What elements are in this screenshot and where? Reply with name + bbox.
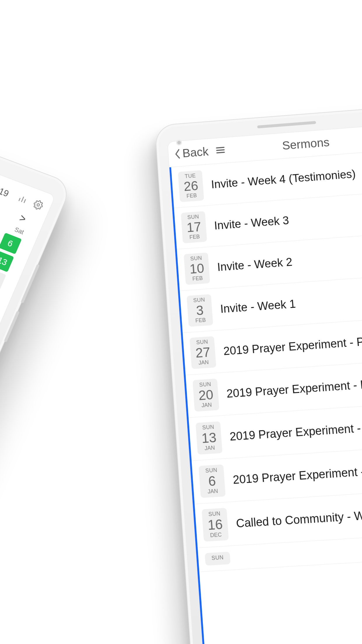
date-month: FEB (180, 192, 204, 199)
date-dow: SUN (184, 255, 208, 262)
date-day (205, 561, 231, 563)
date-dow: SUN (205, 554, 230, 561)
date-month: JAN (194, 402, 219, 409)
date-badge: SUN20JAN (193, 379, 219, 412)
date-badge: TUE26FEB (178, 170, 204, 202)
sermon-title: Called to Community - Week 4 (236, 507, 362, 530)
date-badge: SUN3FEB (187, 294, 213, 327)
date-day: 17 (181, 220, 206, 235)
date-day: 13 (196, 430, 222, 446)
stats-icon[interactable] (16, 193, 29, 206)
sermon-title: 2019 Prayer Experiment - Part 4 (223, 333, 362, 358)
primary-screen: Back Sermons TUE26FEBInvite - Week 4 (Te… (167, 123, 362, 644)
date-day: 26 (178, 179, 203, 193)
calendar-cell[interactable]: 13 (0, 250, 14, 272)
page-title: Sermons (204, 130, 362, 158)
date-dow: SUN (181, 214, 205, 220)
date-badge: SUN13JAN (196, 421, 222, 454)
calendar-next-button[interactable]: > (17, 212, 28, 225)
date-dow: SUN (199, 467, 224, 474)
svg-line-2 (24, 199, 26, 203)
date-day: 16 (202, 517, 228, 532)
gear-icon[interactable] (31, 199, 45, 212)
date-day: 20 (193, 388, 219, 402)
sermon-title: Invite - Week 1 (220, 297, 296, 315)
calendar-dow-label: Sat (13, 226, 25, 236)
date-dow: SUN (187, 297, 212, 304)
date-badge: SUN27JAN (189, 336, 216, 369)
date-month (205, 561, 231, 563)
secondary-phone-frame: - Day 19 > Sat (0, 104, 73, 612)
sermon-title: 2019 Prayer Experiment - Part 2 (229, 419, 362, 443)
date-dow: SUN (190, 339, 215, 346)
sermon-title: 2019 Prayer Experiment - Part 1 (232, 463, 362, 486)
sermon-title: 2019 Prayer Experiment - Part 3 (226, 376, 362, 400)
phone-side-button (4, 311, 20, 342)
date-month: FEB (185, 275, 210, 282)
svg-line-1 (21, 197, 24, 202)
sermon-title: Invite - Week 4 (Testimonies) (211, 167, 356, 191)
date-month: DEC (203, 531, 229, 538)
secondary-title: - Day 19 (0, 132, 14, 200)
date-day: 6 (199, 474, 225, 489)
date-dow: TUE (178, 172, 203, 179)
date-dow: SUN (193, 381, 217, 388)
date-badge: SUN17FEB (181, 211, 207, 243)
svg-line-0 (19, 198, 20, 201)
calendar-cell-empty (0, 268, 6, 290)
date-month: JAN (197, 444, 222, 452)
secondary-screen: - Day 19 > Sat (0, 121, 56, 600)
date-badge: SUN6JAN (198, 464, 226, 498)
date-month: FEB (182, 233, 207, 240)
sermon-title: Invite - Week 2 (217, 256, 293, 274)
sermon-list[interactable]: TUE26FEBInvite - Week 4 (Testimonies)SUN… (169, 149, 362, 644)
date-dow: SUN (202, 510, 227, 517)
date-month: FEB (188, 317, 213, 324)
date-day: 10 (184, 261, 209, 276)
date-dow: SUN (196, 424, 221, 431)
back-button[interactable]: Back (174, 145, 209, 160)
date-day: 27 (190, 345, 216, 360)
date-month: JAN (191, 359, 216, 366)
svg-point-3 (37, 203, 40, 206)
date-badge: SUN10FEB (184, 253, 210, 285)
sermon-title: Invite - Week 3 (214, 214, 289, 232)
date-day: 3 (187, 303, 212, 318)
chevron-left-icon (174, 148, 181, 160)
primary-phone-frame: Back Sermons TUE26FEBInvite - Week 4 (Te… (154, 105, 362, 644)
date-badge: SUN16DEC (202, 508, 229, 542)
date-month: JAN (200, 488, 225, 495)
date-badge: SUN (205, 552, 231, 566)
